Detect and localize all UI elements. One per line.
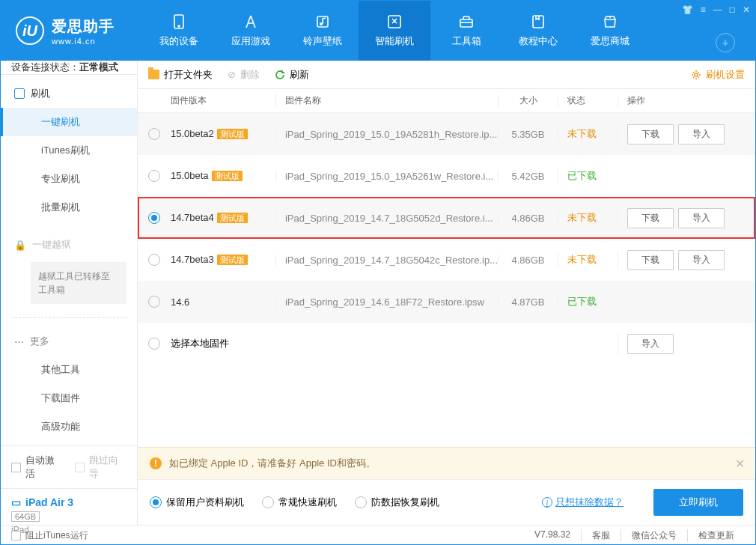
col-status: 状态 bbox=[558, 94, 618, 107]
option-radio[interactable] bbox=[355, 496, 367, 508]
table-header: 固件版本 固件名称 大小 状态 操作 bbox=[138, 89, 755, 113]
firmware-row[interactable]: 15.0beta测试版iPad_Spring_2019_15.0_19A5261… bbox=[138, 155, 755, 197]
nav-tutorial[interactable]: 教程中心 bbox=[502, 1, 574, 61]
delete-icon: ⊘ bbox=[228, 69, 236, 80]
flash-option-recover[interactable]: 防数据恢复刷机 bbox=[355, 496, 439, 509]
notice-close-icon[interactable]: ✕ bbox=[735, 457, 745, 471]
firmware-rows: 15.0beta2测试版iPad_Spring_2019_15.0_19A528… bbox=[138, 113, 755, 365]
row-radio[interactable] bbox=[148, 212, 160, 224]
folder-icon bbox=[148, 70, 159, 79]
lock-icon: 🔒 bbox=[14, 240, 26, 251]
store-icon bbox=[602, 13, 618, 30]
device-capacity: 64GB bbox=[11, 511, 40, 522]
device-icon bbox=[171, 13, 187, 30]
nav-device[interactable]: 我的设备 bbox=[143, 1, 215, 61]
erase-data-link[interactable]: i只想抹除数据？ bbox=[542, 496, 624, 509]
import-button[interactable]: 导入 bbox=[627, 334, 674, 354]
nav-flash[interactable]: 智能刷机 bbox=[359, 1, 430, 61]
option-radio[interactable] bbox=[150, 496, 162, 508]
window-controls: 👕 ≡ — □ ✕ bbox=[682, 4, 750, 15]
logo: iU 爱思助手 www.i4.cn bbox=[1, 1, 143, 61]
row-radio[interactable] bbox=[148, 296, 160, 308]
nav-store[interactable]: 爱思商城 bbox=[574, 1, 646, 61]
warning-icon: ! bbox=[150, 457, 162, 469]
col-ops: 操作 bbox=[618, 94, 745, 107]
col-name: 固件名称 bbox=[275, 94, 498, 107]
sidebar-section-jailbreak: 🔒 一键越狱 bbox=[1, 231, 137, 259]
apps-icon bbox=[243, 13, 259, 30]
refresh-button[interactable]: 刷新 bbox=[275, 68, 309, 82]
block-itunes-checkbox[interactable] bbox=[11, 531, 21, 541]
delete-button[interactable]: ⊘ 删除 bbox=[228, 68, 260, 82]
svg-rect-5 bbox=[460, 19, 472, 27]
menu-icon[interactable]: ≡ bbox=[701, 4, 706, 15]
minimize-icon[interactable]: — bbox=[713, 4, 722, 15]
brand-name: 爱思助手 bbox=[52, 16, 115, 37]
download-button[interactable]: 下载 bbox=[627, 208, 674, 228]
import-button[interactable]: 导入 bbox=[678, 208, 725, 228]
toolbar: 打开文件夹 ⊘ 删除 刷新 刷机设置 bbox=[138, 61, 755, 89]
svg-rect-6 bbox=[533, 16, 543, 28]
sidebar-item-3[interactable]: 批量刷机 bbox=[1, 193, 137, 222]
sidebar-section-flash[interactable]: 刷机 bbox=[1, 79, 137, 108]
flash-option-fast[interactable]: 常规快速刷机 bbox=[262, 496, 337, 509]
row-radio[interactable] bbox=[148, 170, 160, 182]
col-version: 固件版本 bbox=[171, 94, 275, 107]
firmware-row[interactable]: 15.0beta2测试版iPad_Spring_2019_15.0_19A528… bbox=[138, 113, 755, 155]
flash-now-button[interactable]: 立即刷机 bbox=[653, 489, 743, 516]
nav-ringtone[interactable]: 铃声壁纸 bbox=[287, 1, 359, 61]
maximize-icon[interactable]: □ bbox=[730, 4, 735, 15]
toolbox-icon bbox=[458, 13, 475, 30]
shirt-icon[interactable]: 👕 bbox=[682, 4, 693, 15]
info-icon: i bbox=[542, 497, 552, 508]
import-button[interactable]: 导入 bbox=[678, 250, 725, 270]
device-name[interactable]: ▭ iPad Air 3 bbox=[11, 496, 126, 508]
nav-apps[interactable]: 应用游戏 bbox=[215, 1, 287, 61]
sidebar-more-item-1[interactable]: 下载固件 bbox=[1, 384, 137, 412]
auto-activate-checkbox[interactable] bbox=[11, 463, 21, 472]
ringtone-icon bbox=[314, 13, 331, 30]
sidebar-section-more[interactable]: ⋯ 更多 bbox=[1, 327, 137, 356]
flash-icon bbox=[14, 88, 25, 99]
firmware-row[interactable]: 14.7beta4测试版iPad_Spring_2019_14.7_18G505… bbox=[138, 197, 755, 239]
firmware-row[interactable]: 14.6iPad_Spring_2019_14.6_18F72_Restore.… bbox=[138, 281, 755, 323]
auto-activate-row: 自动激活 跳过向导 bbox=[1, 446, 137, 488]
col-size: 大小 bbox=[498, 94, 558, 107]
nav-tabs: 我的设备应用游戏铃声壁纸智能刷机工具箱教程中心爱思商城 bbox=[143, 1, 755, 61]
skip-guide-checkbox[interactable] bbox=[75, 463, 85, 472]
sidebar-item-2[interactable]: 专业刷机 bbox=[1, 165, 137, 193]
sidebar-more-item-0[interactable]: 其他工具 bbox=[1, 356, 137, 384]
svg-point-8 bbox=[695, 73, 698, 76]
apple-id-notice: ! 如已绑定 Apple ID，请准备好 Apple ID和密码。 ✕ bbox=[138, 447, 755, 479]
refresh-icon bbox=[275, 70, 285, 80]
close-icon[interactable]: ✕ bbox=[743, 4, 750, 15]
row-radio[interactable] bbox=[148, 254, 160, 266]
download-indicator-icon[interactable] bbox=[716, 33, 735, 52]
nav-toolbox[interactable]: 工具箱 bbox=[430, 1, 502, 61]
sidebar: 设备连接状态：正常模式 刷机 一键刷机iTunes刷机专业刷机批量刷机 🔒 一键… bbox=[1, 61, 138, 525]
sidebar-item-0[interactable]: 一键刷机 bbox=[1, 108, 137, 136]
flash-settings-button[interactable]: 刷机设置 bbox=[691, 68, 745, 82]
wechat-link[interactable]: 微信公众号 bbox=[621, 529, 687, 542]
download-button[interactable]: 下载 bbox=[627, 124, 674, 144]
titlebar: iU 爱思助手 www.i4.cn 我的设备应用游戏铃声壁纸智能刷机工具箱教程中… bbox=[1, 1, 755, 61]
download-button[interactable]: 下载 bbox=[627, 250, 674, 270]
local-firmware-row[interactable]: 选择本地固件导入 bbox=[138, 323, 755, 365]
brand-url: www.i4.cn bbox=[52, 37, 115, 46]
svg-point-7 bbox=[609, 16, 611, 18]
jailbreak-note: 越狱工具已转移至工具箱 bbox=[31, 262, 126, 304]
sidebar-more-item-2[interactable]: 高级功能 bbox=[1, 412, 137, 441]
row-radio[interactable] bbox=[148, 128, 160, 140]
option-radio[interactable] bbox=[262, 496, 274, 508]
firmware-row[interactable]: 14.7beta3测试版iPad_Spring_2019_14.7_18G504… bbox=[138, 239, 755, 281]
service-link[interactable]: 客服 bbox=[581, 529, 621, 542]
row-radio[interactable] bbox=[148, 338, 160, 350]
check-update-link[interactable]: 检查更新 bbox=[687, 529, 745, 542]
open-folder-button[interactable]: 打开文件夹 bbox=[148, 68, 213, 82]
flash-actions: 保留用户资料刷机常规快速刷机防数据恢复刷机i只想抹除数据？立即刷机 bbox=[138, 479, 755, 525]
tablet-icon: ▭ bbox=[11, 496, 21, 508]
import-button[interactable]: 导入 bbox=[678, 124, 725, 144]
flash-option-keep[interactable]: 保留用户资料刷机 bbox=[150, 496, 244, 509]
tutorial-icon bbox=[530, 13, 546, 30]
sidebar-item-1[interactable]: iTunes刷机 bbox=[1, 136, 137, 165]
